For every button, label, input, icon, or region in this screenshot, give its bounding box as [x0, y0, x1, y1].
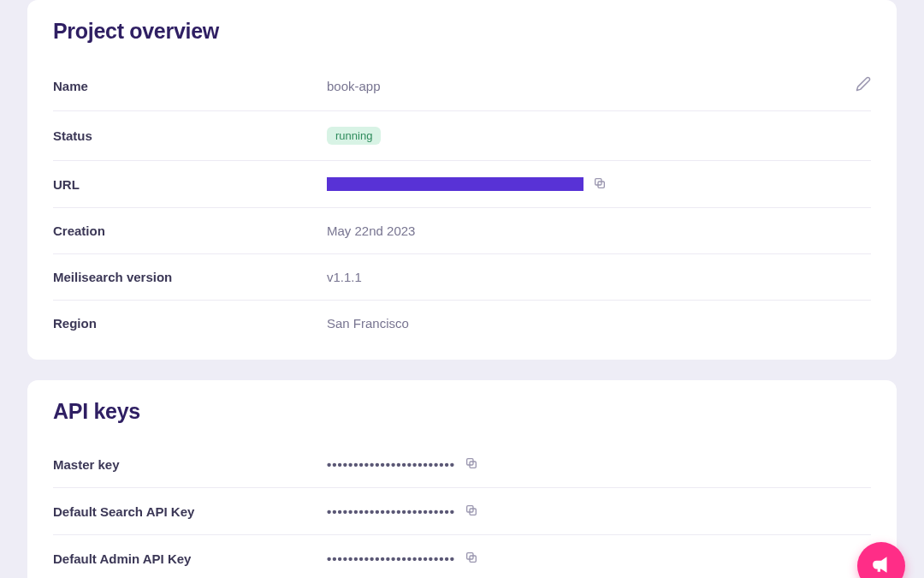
status-label: Status [53, 128, 327, 143]
project-overview-card: Project overview Name book-app Status ru… [27, 0, 897, 360]
row-version: Meilisearch version v1.1.1 [53, 254, 871, 301]
row-admin-key: Default Admin API Key ••••••••••••••••••… [53, 535, 871, 569]
api-keys-title: API keys [53, 399, 871, 424]
row-url: URL [53, 161, 871, 208]
search-key-label: Default Search API Key [53, 504, 327, 519]
region-value: San Francisco [327, 316, 871, 331]
url-label: URL [53, 177, 327, 192]
creation-label: Creation [53, 223, 327, 238]
version-label: Meilisearch version [53, 270, 327, 284]
version-value: v1.1.1 [327, 270, 871, 284]
row-name: Name book-app [53, 61, 871, 111]
copy-icon [465, 456, 478, 473]
status-badge: running [327, 127, 381, 145]
master-key-value: •••••••••••••••••••••••• [327, 457, 455, 472]
master-key-label: Master key [53, 457, 327, 472]
row-search-key: Default Search API Key •••••••••••••••••… [53, 488, 871, 535]
api-keys-card: API keys Master key ••••••••••••••••••••… [27, 380, 897, 578]
row-region: Region San Francisco [53, 301, 871, 334]
project-overview-title: Project overview [53, 19, 871, 44]
edit-name-button[interactable] [856, 76, 871, 95]
copy-icon [465, 504, 478, 520]
search-key-value: •••••••••••••••••••••••• [327, 504, 455, 519]
row-status: Status running [53, 111, 871, 161]
copy-icon [465, 551, 478, 567]
name-label: Name [53, 79, 327, 93]
copy-search-key-button[interactable] [464, 504, 479, 519]
row-creation: Creation May 22nd 2023 [53, 208, 871, 254]
region-label: Region [53, 316, 327, 331]
copy-icon [593, 176, 607, 193]
copy-url-button[interactable] [592, 176, 607, 192]
megaphone-icon [870, 553, 892, 578]
pencil-icon [856, 76, 871, 95]
copy-admin-key-button[interactable] [464, 551, 479, 566]
row-master-key: Master key •••••••••••••••••••••••• [53, 441, 871, 488]
copy-master-key-button[interactable] [464, 456, 479, 472]
help-fab-button[interactable] [857, 542, 905, 578]
url-value-redacted [327, 177, 583, 191]
name-value: book-app [327, 79, 856, 93]
creation-value: May 22nd 2023 [327, 223, 871, 238]
admin-key-value: •••••••••••••••••••••••• [327, 551, 455, 566]
admin-key-label: Default Admin API Key [53, 551, 327, 566]
